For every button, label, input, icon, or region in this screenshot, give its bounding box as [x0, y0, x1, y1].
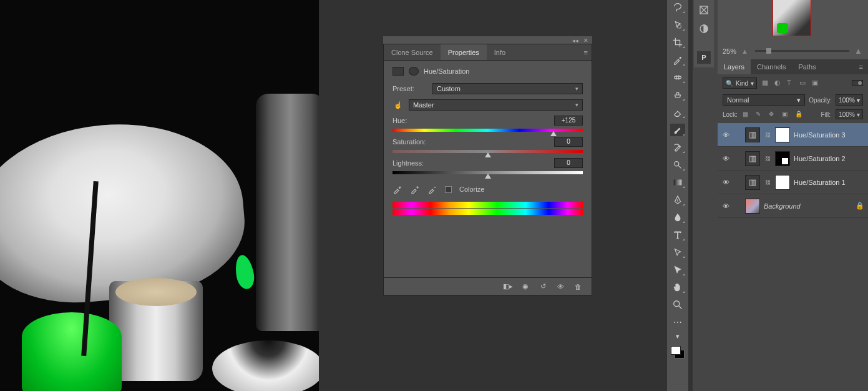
healing-brush-tool-icon[interactable]	[670, 71, 685, 84]
colorize-checkbox[interactable]	[445, 186, 452, 193]
lightness-slider[interactable]	[393, 169, 583, 177]
history-brush-tool-icon[interactable]	[670, 141, 685, 154]
filter-toggle[interactable]	[852, 80, 863, 86]
layer-mask-thumb[interactable]	[775, 151, 790, 166]
path-select-tool-icon[interactable]	[670, 246, 685, 259]
zoom-slider[interactable]	[755, 50, 849, 52]
mask-link-icon[interactable]: ⛓	[764, 179, 771, 186]
clone-stamp-tool-icon[interactable]	[670, 89, 685, 101]
filter-type-icon[interactable]: T	[787, 79, 796, 87]
adjustment-thumb-icon[interactable]: ▥	[745, 175, 760, 190]
type-tool-icon[interactable]	[670, 229, 685, 241]
color-range-input-strip[interactable]	[393, 202, 583, 208]
visibility-toggle-icon[interactable]: 👁	[721, 202, 730, 210]
lock-transparency-icon[interactable]: ▦	[743, 111, 751, 119]
frame-tool-icon[interactable]	[697, 4, 711, 16]
properties-panel-icon[interactable]: P	[697, 51, 711, 64]
brush-tool-icon[interactable]	[670, 124, 685, 136]
panel-close-icon[interactable]: ✕	[583, 37, 588, 44]
view-previous-state-icon[interactable]: ◉	[520, 282, 530, 291]
filter-pixel-icon[interactable]: ▦	[762, 79, 771, 87]
opacity-input[interactable]: 100%▾	[836, 94, 863, 106]
filter-shape-icon[interactable]: ▭	[799, 79, 808, 87]
quick-select-tool-icon[interactable]	[670, 19, 685, 31]
pen-tool-icon[interactable]	[670, 194, 685, 206]
tab-properties[interactable]: Properties	[441, 44, 487, 60]
blur-tool-icon[interactable]	[670, 211, 685, 224]
channel-select[interactable]: Master	[409, 99, 583, 111]
mask-link-icon[interactable]: ⛓	[764, 132, 771, 138]
dodge-tool-icon[interactable]	[670, 159, 685, 171]
svg-rect-1	[675, 76, 681, 79]
saturation-value-input[interactable]: 0	[554, 137, 583, 147]
more-tools-icon[interactable]: ⋯	[670, 316, 685, 329]
visibility-toggle-icon[interactable]: 👁	[721, 131, 730, 139]
layer-filter-select[interactable]: 🔍Kind▾	[723, 77, 757, 89]
lightness-value-input[interactable]: 0	[554, 158, 583, 168]
tab-channels[interactable]: Channels	[751, 59, 792, 74]
visibility-toggle-icon[interactable]: 👁	[721, 155, 730, 162]
layer-name[interactable]: Hue/Saturation 3	[794, 131, 864, 139]
hue-slider[interactable]	[393, 127, 583, 134]
layer-mask-thumb[interactable]	[775, 175, 790, 190]
hand-tool-icon[interactable]	[670, 281, 685, 294]
tab-layers[interactable]: Layers	[718, 59, 751, 74]
lock-position-icon[interactable]: ✥	[769, 111, 777, 119]
zoom-out-icon[interactable]: ▲	[741, 47, 750, 55]
color-swatch[interactable]	[671, 346, 685, 359]
panel-menu-icon[interactable]: ≡	[580, 44, 592, 60]
lock-all-icon[interactable]: 🔒	[795, 111, 803, 119]
lock-artboard-icon[interactable]: ▣	[782, 111, 790, 119]
filter-adjustment-icon[interactable]: ◐	[774, 79, 783, 87]
fill-input[interactable]: 100%▾	[836, 109, 863, 119]
preset-select[interactable]: Custom	[432, 83, 583, 94]
adjustment-thumb-icon[interactable]: ▥	[745, 151, 760, 166]
layer-row[interactable]: 👁 ▥ ⛓ Hue/Saturation 1	[718, 171, 868, 194]
adjustment-thumb-icon[interactable]: ▥	[745, 127, 760, 142]
saturation-slider[interactable]	[393, 148, 583, 156]
layer-name[interactable]: Hue/Saturation 1	[794, 179, 864, 186]
eyedropper-subtract-icon[interactable]	[427, 184, 437, 194]
delete-adjustment-icon[interactable]: 🗑	[573, 282, 583, 291]
edit-toolbar-icon[interactable]: ▾	[670, 334, 685, 339]
hue-value-input[interactable]: +125	[554, 116, 583, 126]
targeted-adjust-tool-icon[interactable]: ☝	[393, 99, 404, 111]
crop-tool-icon[interactable]	[670, 36, 685, 49]
adjustments-panel-icon[interactable]	[697, 22, 711, 35]
layer-row[interactable]: 👁 ▥ ⛓ Hue/Saturation 3	[718, 123, 868, 147]
layer-name[interactable]: Hue/Saturation 2	[794, 155, 864, 162]
tab-info[interactable]: Info	[487, 44, 513, 60]
direct-select-tool-icon[interactable]	[670, 264, 685, 276]
layer-thumb[interactable]	[745, 199, 760, 214]
layers-panel-menu-icon[interactable]: ≡	[854, 59, 868, 74]
document-canvas[interactable]	[0, 0, 319, 391]
eyedropper-tool-icon[interactable]	[670, 54, 685, 66]
gradient-tool-icon[interactable]	[670, 176, 685, 189]
eraser-tool-icon[interactable]	[670, 106, 685, 119]
filter-smart-icon[interactable]: ▣	[812, 79, 821, 87]
toggle-visibility-icon[interactable]: 👁	[555, 282, 565, 291]
navigator-thumbnail[interactable]	[773, 0, 811, 36]
layer-row[interactable]: 👁 Background 🔒	[718, 194, 868, 218]
zoom-tool-icon[interactable]	[670, 299, 685, 311]
lock-pixels-icon[interactable]: ✎	[756, 111, 764, 119]
mask-icon[interactable]	[409, 67, 419, 76]
panel-collapse-icon[interactable]: ◂◂	[572, 37, 578, 44]
lasso-tool-icon[interactable]	[670, 1, 685, 14]
layer-name[interactable]: Background	[764, 202, 852, 210]
foreground-color-swatch[interactable]	[671, 346, 681, 355]
layer-row[interactable]: 👁 ▥ ⛓ Hue/Saturation 2	[718, 147, 868, 171]
layer-mask-thumb[interactable]	[775, 127, 790, 142]
tab-paths[interactable]: Paths	[792, 59, 822, 74]
zoom-value[interactable]: 25%	[723, 47, 736, 55]
eyedropper-add-icon[interactable]	[410, 184, 420, 194]
zoom-in-icon[interactable]: ▲	[854, 46, 863, 56]
clip-to-layer-icon[interactable]: ◧▸	[503, 282, 513, 291]
reset-icon[interactable]: ↺	[538, 282, 548, 291]
mask-link-icon[interactable]: ⛓	[764, 156, 771, 162]
eyedropper-icon[interactable]	[393, 184, 402, 194]
blend-mode-select[interactable]: Normal▾	[723, 94, 805, 106]
tab-clone-source[interactable]: Clone Source	[384, 44, 441, 60]
lock-icon[interactable]: 🔒	[856, 202, 864, 210]
visibility-toggle-icon[interactable]: 👁	[721, 179, 730, 186]
